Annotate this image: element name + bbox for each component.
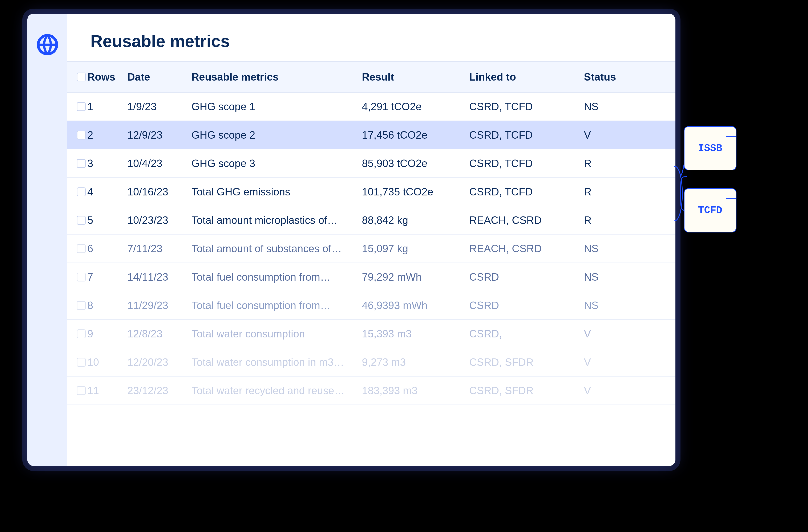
cell-linked: CSRD, TCFD [469,186,584,198]
table-row[interactable]: 7 14/11/23 Total fuel consumption from… … [67,263,676,291]
col-header-rows[interactable]: Rows [87,71,127,83]
cell-result: 88,842 kg [362,214,469,226]
cell-status: V [584,129,676,141]
cell-rownum: 6 [87,242,127,255]
cell-result: 101,735 tCO2e [362,186,469,198]
row-checkbox[interactable] [77,301,86,310]
cell-rownum: 5 [87,214,127,226]
cell-metric: Total water recycled and reuse… [191,385,362,397]
table-body: 1 1/9/23 GHG scope 1 4,291 tCO2e CSRD, T… [67,93,676,466]
tag-label: ISSB [698,143,722,154]
globe-logo-icon [36,34,58,56]
cell-rownum: 2 [87,129,127,141]
cell-status: NS [584,271,676,283]
tag-issb[interactable]: ISSB [684,126,736,170]
cell-linked: CSRD [469,299,584,312]
row-checkbox[interactable] [77,187,86,196]
row-checkbox[interactable] [77,131,86,140]
cell-rownum: 7 [87,271,127,283]
cell-rownum: 4 [87,186,127,198]
table-row[interactable]: 6 7/11/23 Total amount of substances of…… [67,235,676,263]
row-checkbox[interactable] [77,386,86,395]
cell-rownum: 8 [87,299,127,312]
cell-metric: Total fuel consumption from… [191,299,362,312]
row-checkbox[interactable] [77,358,86,367]
app-frame: Reusable metrics Rows Date Reusable metr… [27,14,676,466]
sidebar [27,14,67,466]
cell-status: V [584,385,676,397]
table-row[interactable]: 9 12/8/23 Total water consumption 15,393… [67,320,676,348]
cell-metric: GHG scope 1 [191,100,362,113]
row-checkbox[interactable] [77,159,86,168]
cell-status: R [584,157,676,169]
table-row[interactable]: 1 1/9/23 GHG scope 1 4,291 tCO2e CSRD, T… [67,93,676,121]
cell-linked: CSRD, SFDR [469,356,584,368]
cell-date: 10/4/23 [127,157,191,169]
tag-tcfd[interactable]: TCFD [684,188,736,233]
cell-linked: CSRD, TCFD [469,157,584,169]
cell-linked: REACH, CSRD [469,214,584,226]
table-row[interactable]: 8 11/29/23 Total fuel consumption from… … [67,291,676,320]
linked-tags: ISSB TCFD [684,126,736,233]
table-row[interactable]: 11 23/12/23 Total water recycled and reu… [67,377,676,405]
cell-date: 12/8/23 [127,328,191,340]
cell-metric: Total water consumption in m3… [191,356,362,368]
cell-date: 11/29/23 [127,299,191,312]
table-row[interactable]: 2 12/9/23 GHG scope 2 17,456 tCO2e CSRD,… [67,121,676,149]
table-row[interactable]: 4 10/16/23 Total GHG emissions 101,735 t… [67,178,676,206]
cell-status: V [584,356,676,368]
cell-metric: GHG scope 3 [191,157,362,169]
row-checkbox[interactable] [77,102,86,111]
cell-metric: Total fuel consumption from… [191,271,362,283]
col-header-result[interactable]: Result [362,71,469,83]
cell-metric: GHG scope 2 [191,129,362,141]
cell-rownum: 3 [87,157,127,169]
col-header-metric[interactable]: Reusable metrics [191,71,362,83]
cell-date: 1/9/23 [127,100,191,113]
cell-linked: CSRD [469,271,584,283]
cell-date: 12/9/23 [127,129,191,141]
cell-date: 7/11/23 [127,242,191,255]
cell-rownum: 10 [87,356,127,368]
cell-rownum: 1 [87,100,127,113]
cell-status: NS [584,299,676,312]
cell-rownum: 9 [87,328,127,340]
cell-metric: Total GHG emissions [191,186,362,198]
title-bar: Reusable metrics [67,14,676,61]
cell-result: 79,292 mWh [362,271,469,283]
cell-metric: Total amount of substances of… [191,242,362,255]
select-all-checkbox[interactable] [77,73,86,81]
cell-status: R [584,214,676,226]
cell-rownum: 11 [87,385,127,397]
cell-date: 10/16/23 [127,186,191,198]
col-header-linked[interactable]: Linked to [469,71,584,83]
table-row[interactable]: 3 10/4/23 GHG scope 3 85,903 tCO2e CSRD,… [67,149,676,178]
cell-result: 17,456 tCO2e [362,129,469,141]
row-checkbox[interactable] [77,244,86,253]
col-header-date[interactable]: Date [127,71,191,83]
cell-result: 183,393 m3 [362,385,469,397]
table-row[interactable]: 5 10/23/23 Total amount microplastics of… [67,206,676,235]
cell-date: 14/11/23 [127,271,191,283]
row-checkbox[interactable] [77,273,86,281]
cell-status: R [584,186,676,198]
cell-linked: CSRD, TCFD [469,129,584,141]
cell-status: V [584,328,676,340]
table-header: Rows Date Reusable metrics Result Linked… [67,61,676,93]
col-header-status[interactable]: Status [584,71,676,83]
cell-result: 9,273 m3 [362,356,469,368]
cell-result: 85,903 tCO2e [362,157,469,169]
cell-result: 46,9393 mWh [362,299,469,312]
tag-label: TCFD [698,205,722,216]
cell-linked: CSRD, [469,328,584,340]
cell-linked: CSRD, SFDR [469,385,584,397]
row-checkbox[interactable] [77,216,86,225]
cell-result: 15,097 kg [362,242,469,255]
cell-date: 10/23/23 [127,214,191,226]
cell-status: NS [584,100,676,113]
cell-linked: REACH, CSRD [469,242,584,255]
table-row[interactable]: 10 12/20/23 Total water consumption in m… [67,348,676,377]
row-checkbox[interactable] [77,329,86,338]
main-content: Reusable metrics Rows Date Reusable metr… [67,14,676,466]
cell-result: 4,291 tCO2e [362,100,469,113]
